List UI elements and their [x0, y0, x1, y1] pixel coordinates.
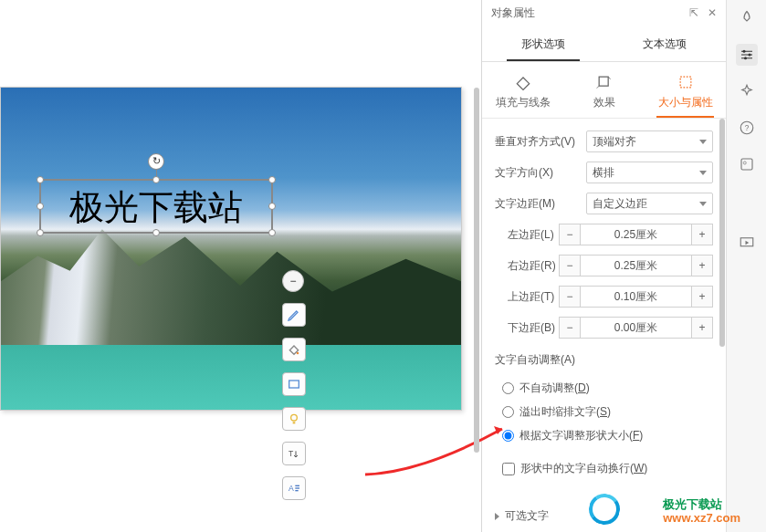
margin-value: 自定义边距 [593, 196, 647, 212]
svg-text:A: A [289, 484, 294, 493]
rail-rocket-button[interactable] [736, 7, 758, 29]
canvas-image[interactable]: ↻ 极光下载站 − T A [0, 87, 462, 411]
rail-star-button[interactable] [736, 80, 758, 102]
close-panel-button[interactable]: ✕ [708, 5, 717, 21]
resize-handle-tr[interactable] [268, 176, 276, 183]
tab-text-options[interactable]: 文本选项 [604, 27, 727, 61]
autofit-resize-input[interactable] [502, 430, 514, 442]
top-minus-button[interactable]: − [559, 286, 581, 308]
sliders-icon [739, 47, 755, 63]
left-margin-stepper[interactable]: − 0.25厘米 + [559, 224, 713, 245]
rail-present-button[interactable] [736, 232, 758, 254]
top-margin-value[interactable]: 0.10厘米 [581, 286, 691, 308]
subtab-size-props[interactable]: 大小与属性 [645, 73, 726, 118]
panel-scrollbar-track[interactable] [719, 9, 726, 523]
left-plus-button[interactable]: + [691, 224, 713, 245]
wrap-checkbox[interactable] [502, 463, 515, 475]
svg-point-10 [742, 50, 745, 53]
svg-point-2 [291, 414, 298, 421]
rail-settings-button[interactable] [736, 44, 758, 66]
direction-value: 横排 [593, 165, 614, 181]
fill-tool-button[interactable] [282, 338, 306, 361]
resize-handle-bc[interactable] [152, 229, 160, 236]
sparkle-icon [739, 83, 755, 99]
bottom-margin-value[interactable]: 0.00厘米 [581, 317, 691, 339]
bottom-minus-button[interactable]: − [559, 317, 581, 339]
valign-select[interactable]: 顶端对齐 [586, 130, 713, 152]
rectangle-icon [287, 377, 301, 391]
rotate-handle-icon[interactable]: ↻ [148, 153, 164, 170]
textbox-selection[interactable]: ↻ 极光下载站 [39, 179, 273, 234]
autofit-shrink-input[interactable] [502, 406, 514, 418]
main-scrollbar-thumb[interactable] [474, 88, 479, 453]
panel-scrollbar-thumb[interactable] [719, 119, 725, 347]
size-icon [677, 73, 695, 91]
subtab-fill-line[interactable]: 填充与线条 [482, 73, 563, 118]
bottom-margin-stepper[interactable]: − 0.00厘米 + [559, 317, 713, 339]
minus-icon: − [289, 274, 296, 289]
right-margin-value[interactable]: 0.25厘米 [581, 255, 691, 276]
pen-tool-button[interactable] [282, 303, 306, 327]
bottom-plus-button[interactable]: + [691, 317, 713, 339]
template-icon [739, 156, 755, 172]
top-margin-stepper[interactable]: − 0.10厘米 + [559, 286, 713, 308]
subtab-fill-label: 填充与线条 [496, 95, 551, 110]
tab-text-label: 文本选项 [643, 37, 687, 52]
textbox-content[interactable]: 极光下载站 [41, 181, 271, 234]
resize-handle-bl[interactable] [37, 229, 44, 236]
top-margin-label: 上边距(T) [495, 289, 559, 305]
pin-button[interactable]: ⇱ [689, 5, 698, 21]
help-icon: ? [739, 120, 755, 136]
fill-line-icon [514, 73, 532, 91]
rail-help-button[interactable]: ? [736, 117, 758, 139]
effects-tool-button[interactable] [282, 407, 306, 431]
outline-tool-button[interactable] [282, 372, 306, 396]
top-plus-button[interactable]: + [691, 286, 713, 308]
autofit-resize-radio[interactable]: 根据文字调整形状大小(F) [495, 424, 713, 448]
resize-handle-br[interactable] [268, 229, 276, 236]
rail-template-button[interactable] [736, 153, 758, 175]
photo-lake [1, 345, 461, 410]
lightbulb-icon [287, 412, 301, 426]
autofit-none-radio[interactable]: 不自动调整(D) [495, 377, 713, 401]
right-margin-stepper[interactable]: − 0.25厘米 + [559, 255, 713, 276]
autofit-none-input[interactable] [502, 382, 514, 394]
autofit-shrink-radio[interactable]: 溢出时缩排文字(S) [495, 401, 713, 424]
bucket-icon [287, 342, 301, 357]
svg-rect-1 [289, 381, 299, 388]
panel-title: 对象属性 [491, 5, 535, 21]
autofit-title: 文字自动调整(A) [495, 352, 713, 368]
caret-down-icon [699, 140, 707, 144]
svg-rect-5 [295, 485, 299, 486]
caret-down-icon [699, 202, 707, 206]
svg-text:?: ? [744, 124, 749, 132]
main-scrollbar-track[interactable] [473, 5, 480, 526]
svg-rect-6 [295, 487, 299, 488]
wrap-checkbox-row[interactable]: 形状中的文字自动换行(W) [495, 457, 713, 481]
presentation-icon [739, 235, 755, 251]
svg-point-16 [743, 162, 746, 164]
resize-handle-tc[interactable] [152, 176, 160, 183]
right-plus-button[interactable]: + [691, 255, 713, 276]
right-minus-button[interactable]: − [559, 255, 581, 276]
resize-handle-tl[interactable] [37, 176, 44, 183]
valign-value: 顶端对齐 [593, 134, 636, 150]
resize-handle-mr[interactable] [268, 203, 276, 210]
subtab-effect[interactable]: 效果 [563, 73, 645, 118]
tab-shape-options[interactable]: 形状选项 [482, 27, 604, 61]
right-margin-label: 右边距(R) [495, 258, 559, 274]
left-margin-value[interactable]: 0.25厘米 [581, 224, 691, 245]
svg-point-0 [297, 352, 299, 355]
pen-icon [287, 308, 301, 322]
panel-tabs: 形状选项 文本选项 [482, 27, 726, 62]
margin-select[interactable]: 自定义边距 [586, 193, 713, 214]
text-style-button[interactable]: A [282, 476, 306, 500]
collapse-button[interactable]: − [282, 270, 304, 292]
direction-select[interactable]: 横排 [586, 162, 713, 183]
resize-handle-ml[interactable] [37, 203, 44, 210]
svg-point-11 [748, 54, 750, 57]
left-minus-button[interactable]: − [559, 224, 581, 245]
text-insert-button[interactable]: T [282, 442, 306, 465]
svg-rect-15 [741, 159, 752, 170]
direction-label: 文字方向(X) [495, 165, 586, 181]
